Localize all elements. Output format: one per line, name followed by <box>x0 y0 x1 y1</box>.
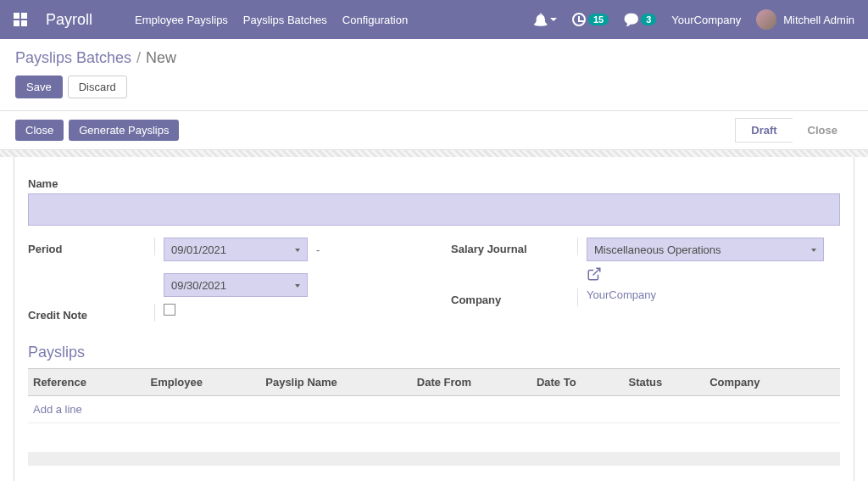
credit-note-row: Credit Note <box>28 304 417 322</box>
col-payslip-name[interactable]: Payslip Name <box>260 369 412 396</box>
company-switcher[interactable]: YourCompany <box>671 14 741 26</box>
salary-journal-row: Salary Journal Miscellaneous Operations <box>451 238 840 282</box>
form-columns: Period 09/01/2021 - 09/30/2021 Credit No… <box>28 238 840 328</box>
credit-note-label: Credit Note <box>28 304 155 322</box>
date-end-value: 09/30/2021 <box>171 279 226 292</box>
action-buttons: Save Discard <box>0 67 868 110</box>
credit-note-checkbox[interactable] <box>164 304 175 316</box>
close-button[interactable]: Close <box>15 120 64 141</box>
name-input[interactable] <box>28 193 840 226</box>
nav-configuration[interactable]: Configuration <box>342 14 408 26</box>
nav-right: 15 3 YourCompany Mitchell Admin <box>533 9 854 30</box>
discard-button[interactable]: Discard <box>68 76 127 98</box>
col-employee[interactable]: Employee <box>145 369 260 396</box>
name-label: Name <box>28 177 840 190</box>
company-row: Company YourCompany <box>451 288 840 306</box>
date-start-value: 09/01/2021 <box>171 243 226 256</box>
name-field-block: Name <box>28 177 840 226</box>
breadcrumb-bar: Payslips Batches / New <box>0 39 868 67</box>
payslips-table: Reference Employee Payslip Name Date Fro… <box>28 368 840 423</box>
col-date-from[interactable]: Date From <box>412 369 531 396</box>
hatched-divider <box>0 150 868 157</box>
chat-icon <box>624 13 638 26</box>
col-status[interactable]: Status <box>624 369 705 396</box>
col-company[interactable]: Company <box>704 369 816 396</box>
salary-journal-value: Miscellaneous Operations <box>594 243 721 256</box>
salary-journal-select[interactable]: Miscellaneous Operations <box>587 238 824 261</box>
status-draft[interactable]: Draft <box>735 118 792 143</box>
nav-payslips-batches[interactable]: Payslips Batches <box>243 14 327 26</box>
col-reference[interactable]: Reference <box>28 369 145 396</box>
period-dash: - <box>313 243 323 256</box>
date-start-input[interactable]: 09/01/2021 <box>164 238 308 261</box>
messaging-badge: 3 <box>641 14 656 25</box>
status-close[interactable]: Close <box>793 119 853 142</box>
bell-icon <box>533 13 548 26</box>
svg-line-0 <box>593 268 600 275</box>
nav-employee-payslips[interactable]: Employee Payslips <box>135 14 228 26</box>
table-row: Add a line <box>28 396 840 423</box>
breadcrumb-current: New <box>146 49 176 67</box>
table-header-row: Reference Employee Payslip Name Date Fro… <box>28 369 840 396</box>
chevron-down-icon <box>295 249 300 252</box>
chevron-down-icon <box>550 18 557 21</box>
activities-badge: 15 <box>588 14 609 25</box>
col-actions <box>816 369 840 396</box>
salary-journal-label: Salary Journal <box>451 238 578 255</box>
notifications-menu[interactable] <box>533 13 557 26</box>
statusbar-buttons: Close Generate Payslips <box>15 120 179 141</box>
statusbar: Close Generate Payslips Draft Close <box>0 110 868 150</box>
company-value[interactable]: YourCompany <box>587 288 656 301</box>
chevron-down-icon <box>295 284 300 288</box>
messaging-menu[interactable]: 3 <box>624 13 656 26</box>
company-label: Company <box>451 288 578 306</box>
date-end-input[interactable]: 09/30/2021 <box>164 273 308 297</box>
avatar <box>756 9 776 30</box>
breadcrumb-parent[interactable]: Payslips Batches <box>15 49 131 67</box>
chevron-down-icon <box>811 249 816 252</box>
col-date-to[interactable]: Date To <box>531 369 624 396</box>
apps-icon[interactable] <box>14 13 27 26</box>
left-column: Period 09/01/2021 - 09/30/2021 Credit No… <box>28 238 417 328</box>
status-steps: Draft Close <box>735 118 853 143</box>
period-label: Period <box>28 238 155 255</box>
add-a-line[interactable]: Add a line <box>33 403 82 416</box>
top-navbar: Payroll Employee Payslips Payslips Batch… <box>0 0 868 39</box>
form-sheet: Name Period 09/01/2021 - 09/30/2021 <box>14 157 854 481</box>
user-name: Mitchell Admin <box>783 14 854 26</box>
period-row: Period 09/01/2021 - 09/30/2021 <box>28 238 417 297</box>
activities-menu[interactable]: 15 <box>572 13 609 26</box>
payslips-title: Payslips <box>28 344 840 361</box>
breadcrumb: Payslips Batches / New <box>15 49 853 67</box>
generate-payslips-button[interactable]: Generate Payslips <box>69 120 179 141</box>
breadcrumb-sep: / <box>136 49 141 67</box>
external-link-icon[interactable] <box>587 266 602 282</box>
clock-icon <box>572 13 586 26</box>
app-brand[interactable]: Payroll <box>46 11 92 29</box>
user-menu[interactable]: Mitchell Admin <box>756 9 854 30</box>
nav-links: Employee Payslips Payslips Batches Confi… <box>135 14 408 26</box>
right-column: Salary Journal Miscellaneous Operations … <box>451 238 840 328</box>
save-button[interactable]: Save <box>15 76 63 98</box>
grey-bar <box>28 452 840 466</box>
